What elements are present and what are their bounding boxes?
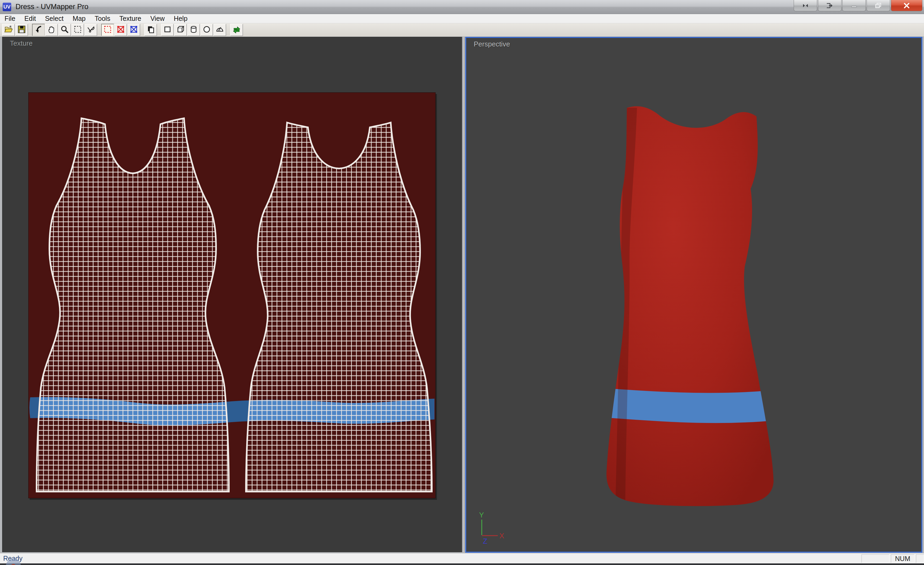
pan-hand-icon [47, 25, 56, 35]
detach-button[interactable] [818, 0, 842, 11]
window-bottom-edge [0, 564, 924, 565]
cylindrical-map-button[interactable] [187, 24, 200, 36]
menu-view[interactable]: View [146, 14, 169, 23]
swap-button[interactable] [230, 24, 243, 36]
copy-icon [146, 25, 155, 35]
texture-panel-label: Texture [10, 39, 33, 48]
facet-select-button[interactable] [101, 24, 114, 36]
status-pane-3 [916, 555, 924, 563]
menu-tools[interactable]: Tools [90, 14, 115, 23]
toolbar-separator [28, 24, 32, 36]
dress-3d-render [466, 38, 921, 552]
swap-arrows-icon [232, 25, 241, 35]
copy-button[interactable] [144, 24, 157, 36]
toolbar-separator [157, 24, 161, 36]
red-facet-icon [116, 25, 125, 35]
red-marquee-icon [103, 25, 112, 35]
menu-select[interactable]: Select [40, 14, 68, 23]
toolbar-separator [98, 24, 101, 36]
marquee-select-button[interactable] [71, 24, 84, 36]
lasso-icon [86, 25, 95, 35]
pan-tool-button[interactable] [45, 24, 58, 36]
menu-help[interactable]: Help [169, 14, 192, 23]
status-bar: Ready NUM [0, 553, 924, 564]
axis-z-label: Z [483, 537, 488, 545]
minimize-icon [850, 3, 858, 9]
marquee-icon [73, 25, 82, 35]
uv-map-canvas[interactable] [28, 92, 435, 498]
planar-icon [163, 25, 172, 35]
dome-icon [215, 25, 224, 35]
polar-map-button[interactable] [213, 24, 226, 36]
uv-mesh-graphic [28, 93, 436, 499]
open-button[interactable] [2, 24, 15, 36]
show-facets-button[interactable] [128, 24, 140, 36]
status-pane-1 [861, 555, 889, 563]
save-floppy-icon [17, 25, 26, 35]
minimize-button[interactable] [842, 0, 866, 11]
toolbar-separator [141, 24, 144, 36]
window-title: Dress - UVMapper Pro [15, 3, 88, 11]
select-tool-button[interactable] [32, 24, 45, 36]
axis-x-label: X [500, 532, 504, 540]
menu-texture[interactable]: Texture [115, 14, 146, 23]
lasso-select-button[interactable] [84, 24, 97, 36]
hide-facets-button[interactable] [114, 24, 127, 36]
title-bar[interactable]: UV Dress - UVMapper Pro [0, 0, 924, 14]
box-icon [176, 25, 185, 35]
planar-map-button[interactable] [161, 24, 174, 36]
axis-gizmo: Y X Z [474, 510, 509, 547]
save-button[interactable] [15, 24, 28, 36]
panel-splitter[interactable] [462, 37, 465, 552]
select-arrow-icon [34, 25, 43, 35]
zoom-tool-button[interactable] [58, 24, 71, 36]
menu-bar: FileEditSelectMapToolsTextureViewHelp [0, 14, 924, 23]
perspective-viewport[interactable]: Perspective [465, 37, 922, 553]
sphere-icon [202, 25, 211, 35]
open-folder-icon [4, 25, 13, 35]
fit-arrows-icon [801, 3, 809, 9]
axis-y-label: Y [479, 511, 484, 519]
restore-button[interactable] [867, 0, 890, 11]
menu-file[interactable]: File [0, 14, 20, 23]
app-icon: UV [3, 3, 11, 11]
exit-arrow-icon [826, 3, 834, 9]
cylinder-icon [189, 25, 198, 35]
window-controls [793, 0, 922, 12]
work-area: Texture [0, 37, 924, 553]
num-lock-indicator: NUM [891, 555, 914, 563]
box-map-button[interactable] [174, 24, 187, 36]
menu-edit[interactable]: Edit [20, 14, 40, 23]
restore-icon [874, 2, 882, 9]
app-window: UV Dress - UVMapper Pro FileEditSelectMa… [0, 0, 924, 565]
toolbar [0, 23, 924, 37]
texture-viewport[interactable]: Texture [2, 37, 462, 552]
fit-window-button[interactable] [794, 0, 817, 11]
close-button[interactable] [891, 0, 922, 11]
blue-facet-icon [129, 25, 138, 35]
spherical-map-button[interactable] [200, 24, 213, 36]
close-icon [903, 2, 910, 9]
menu-map[interactable]: Map [68, 14, 90, 23]
toolbar-separator [226, 24, 230, 36]
zoom-magnifier-icon [60, 25, 69, 35]
